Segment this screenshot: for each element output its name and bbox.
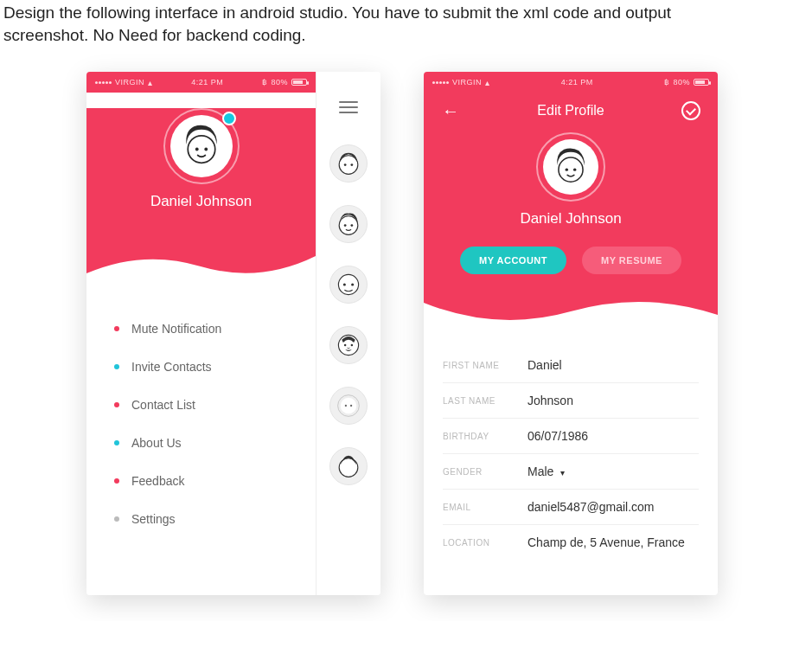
field-value: 06/07/1986	[527, 429, 699, 443]
battery-pct-label: 80%	[271, 78, 288, 87]
profile-header: Daniel Johnson	[424, 124, 718, 238]
svg-point-7	[344, 224, 347, 227]
clock-label: 4:21 PM	[191, 78, 223, 87]
menu-label: Feedback	[131, 474, 184, 488]
bullet-icon	[114, 326, 119, 331]
field-label: LOCATION	[443, 538, 517, 548]
hamburger-icon[interactable]	[339, 101, 358, 113]
friend-avatar-4[interactable]	[329, 326, 368, 364]
field-first-name[interactable]: FIRST NAME Daniel	[443, 348, 699, 383]
profile-username: Daniel Johnson	[424, 210, 718, 227]
svg-point-13	[344, 344, 346, 346]
back-button[interactable]: ←	[438, 98, 464, 124]
menu-item-settings[interactable]: Settings	[114, 500, 316, 538]
svg-point-20	[559, 157, 583, 182]
clock-label: 4:21 PM	[561, 78, 593, 87]
app-bar: ← Edit Profile	[424, 93, 718, 124]
wave-divider	[424, 289, 718, 329]
signal-icon	[432, 81, 449, 84]
battery-icon	[694, 79, 709, 86]
svg-point-21	[566, 169, 568, 171]
tab-my-resume[interactable]: MY RESUME	[582, 247, 681, 274]
carrier-label: VIRGIN	[115, 78, 144, 87]
status-bar: VIRGIN ▴ 4:21 PM ฿ 80%	[86, 72, 316, 93]
bullet-icon	[114, 364, 119, 369]
bullet-icon	[114, 478, 119, 484]
chevron-down-icon: ▾	[560, 468, 565, 477]
friend-avatar-5[interactable]	[329, 387, 368, 425]
confirm-button[interactable]	[678, 98, 704, 124]
menu-label: Settings	[131, 512, 176, 526]
field-label: BIRTHDAY	[443, 432, 517, 441]
menu-label: About Us	[131, 436, 182, 450]
phone-right: VIRGIN ▴ 4:21 PM ฿ 80% ← Edit Profile	[424, 72, 718, 595]
profile-form: FIRST NAME Daniel LAST NAME Johnson BIRT…	[424, 329, 718, 560]
svg-point-10	[343, 284, 346, 286]
field-last-name[interactable]: LAST NAME Johnson	[443, 383, 699, 419]
signal-icon	[95, 81, 112, 84]
tab-row: MY ACCOUNT MY RESUME	[424, 238, 718, 290]
check-circle-icon	[681, 101, 700, 120]
instruction-line-2: screenshot. No Need for backend coding.	[3, 26, 306, 44]
svg-point-5	[350, 163, 353, 166]
nav-drawer: VIRGIN ▴ 4:21 PM ฿ 80%	[86, 72, 316, 595]
tab-my-account[interactable]: MY ACCOUNT	[460, 247, 566, 274]
battery-pct-label: 80%	[673, 78, 690, 87]
field-email[interactable]: EMAIL daniel5487@gmail.com	[443, 490, 699, 525]
friend-avatar-3[interactable]	[329, 266, 368, 304]
screens-row: VIRGIN ▴ 4:21 PM ฿ 80%	[0, 72, 812, 621]
menu-item-about-us[interactable]: About Us	[114, 424, 316, 462]
friend-avatar-1[interactable]	[329, 144, 368, 183]
menu-item-mute-notification[interactable]: Mute Notification	[114, 310, 316, 348]
gender-value: Male	[527, 465, 553, 478]
field-value: Daniel	[527, 358, 699, 372]
assignment-instruction: Design the following interface in androi…	[0, 0, 812, 72]
field-value: daniel5487@gmail.com	[527, 500, 699, 514]
drawer-username: Daniel Johnson	[86, 193, 316, 210]
avatar-face-icon	[549, 145, 592, 189]
svg-point-18	[350, 405, 352, 407]
avatar-ring[interactable]	[536, 132, 605, 202]
menu-label: Invite Contacts	[131, 360, 212, 374]
battery-icon	[291, 79, 307, 86]
friend-avatar-2[interactable]	[329, 205, 368, 243]
field-location[interactable]: LOCATION Champ de, 5 Avenue, France	[443, 525, 699, 560]
avatar	[170, 115, 233, 177]
status-badge	[222, 112, 236, 125]
svg-point-14	[351, 344, 353, 346]
page-title: Edit Profile	[537, 103, 604, 119]
svg-point-11	[351, 284, 354, 286]
field-birthday[interactable]: BIRTHDAY 06/07/1986	[443, 419, 699, 454]
menu-label: Contact List	[131, 398, 195, 412]
svg-point-4	[344, 163, 347, 166]
svg-point-3	[339, 156, 358, 175]
menu-item-feedback[interactable]: Feedback	[114, 462, 316, 500]
status-bar: VIRGIN ▴ 4:21 PM ฿ 80%	[424, 72, 718, 93]
drawer-header: Daniel Johnson	[86, 108, 316, 245]
field-value: Champ de, 5 Avenue, France	[527, 535, 699, 549]
menu-item-contact-list[interactable]: Contact List	[114, 386, 316, 424]
wifi-icon: ▴	[148, 78, 153, 87]
svg-point-8	[350, 224, 353, 227]
bluetooth-icon: ฿	[262, 78, 268, 87]
svg-point-1	[195, 148, 198, 151]
wifi-icon: ▴	[485, 78, 490, 87]
phone-left: VIRGIN ▴ 4:21 PM ฿ 80%	[86, 72, 380, 595]
menu-label: Mute Notification	[131, 322, 221, 336]
field-label: EMAIL	[443, 503, 517, 512]
avatar-face-icon	[177, 122, 226, 170]
svg-point-16	[341, 398, 357, 414]
friend-avatar-6[interactable]	[329, 447, 368, 485]
field-label: LAST NAME	[443, 396, 517, 406]
svg-point-17	[345, 405, 347, 407]
menu-item-invite-contacts[interactable]: Invite Contacts	[114, 348, 316, 386]
field-value: Johnson	[527, 394, 699, 407]
bluetooth-icon: ฿	[664, 78, 670, 87]
back-arrow-icon: ←	[442, 101, 459, 121]
avatar-ring[interactable]	[163, 108, 240, 184]
instruction-line-1: Design the following interface in androi…	[3, 3, 671, 22]
svg-point-6	[339, 216, 358, 235]
svg-point-2	[204, 148, 208, 151]
svg-point-0	[188, 136, 215, 163]
field-gender[interactable]: GENDER Male ▾	[443, 454, 699, 490]
